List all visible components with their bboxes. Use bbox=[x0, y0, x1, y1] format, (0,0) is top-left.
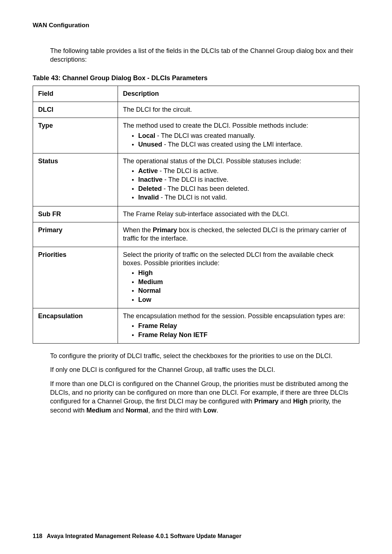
field-encapsulation: Encapsulation bbox=[33, 308, 118, 344]
table-row: Primary When the Primary box is checked,… bbox=[33, 222, 359, 247]
option-bold: Unused bbox=[138, 141, 162, 148]
option-bold: Frame Relay Non IETF bbox=[138, 331, 208, 338]
parameters-table: Field Description DLCI The DLCI for the … bbox=[33, 86, 359, 344]
page-footer: 118Avaya Integrated Management Release 4… bbox=[33, 533, 359, 539]
table-caption: Table 43: Channel Group Dialog Box - DLC… bbox=[33, 74, 359, 82]
list-item: Frame Relay Non IETF bbox=[132, 331, 354, 339]
p3-seg: and bbox=[278, 398, 293, 405]
after-paragraph-3: If more than one DLCI is configured on t… bbox=[50, 379, 359, 415]
type-options-list: Local - The DLCI was created manually. U… bbox=[123, 132, 354, 149]
encapsulation-options-list: Frame Relay Frame Relay Non IETF bbox=[123, 322, 354, 339]
option-bold: Frame Relay bbox=[138, 322, 177, 329]
p3-seg: , and the third with bbox=[148, 407, 203, 414]
p3-seg: and bbox=[111, 407, 126, 414]
option-rest: - The DLCI is active. bbox=[158, 167, 219, 175]
status-options-list: Active - The DLCI is active. Inactive - … bbox=[123, 167, 354, 202]
option-bold: Active bbox=[138, 167, 158, 175]
option-bold: High bbox=[138, 269, 153, 276]
desc-pre: When the bbox=[123, 226, 153, 234]
list-item: Medium bbox=[132, 278, 354, 286]
p3-seg: . bbox=[216, 407, 218, 414]
after-paragraph-2: If only one DLCI is configured for the C… bbox=[50, 365, 359, 374]
desc-subfr: The Frame Relay sub-interface associated… bbox=[118, 206, 359, 222]
intro-paragraph: The following table provides a list of t… bbox=[50, 46, 359, 64]
option-bold: Medium bbox=[138, 278, 163, 286]
option-bold: Normal bbox=[138, 287, 161, 294]
option-bold: Inactive bbox=[138, 176, 163, 183]
table-row: Encapsulation The encapsulation method f… bbox=[33, 308, 359, 344]
desc-type: The method used to create the DLCI. Poss… bbox=[118, 118, 359, 153]
option-rest: - The DLCI was created manually. bbox=[155, 132, 255, 139]
list-item: Unused - The DLCI was created using the … bbox=[132, 140, 354, 149]
option-rest: - The DLCI is inactive. bbox=[163, 176, 229, 183]
option-rest: - The DLCI has been deleted. bbox=[162, 185, 249, 192]
list-item: Active - The DLCI is active. bbox=[132, 167, 354, 175]
option-bold: Deleted bbox=[138, 185, 162, 192]
field-status: Status bbox=[33, 153, 118, 206]
desc-priorities: Select the priority of traffic on the se… bbox=[118, 247, 359, 308]
desc-primary: When the Primary box is checked, the sel… bbox=[118, 222, 359, 247]
p3-bold: Primary bbox=[254, 398, 278, 405]
option-rest: - The DLCI is not valid. bbox=[159, 194, 227, 201]
desc-encapsulation: The encapsulation method for the session… bbox=[118, 308, 359, 344]
table-row: Type The method used to create the DLCI.… bbox=[33, 118, 359, 153]
desc-lead: The method used to create the DLCI. Poss… bbox=[123, 122, 308, 129]
desc-lead: Select the priority of traffic on the se… bbox=[123, 251, 334, 267]
list-item: Deleted - The DLCI has been deleted. bbox=[132, 185, 354, 193]
option-bold: Invalid bbox=[138, 194, 159, 201]
running-head: WAN Configuration bbox=[33, 22, 359, 29]
list-item: Frame Relay bbox=[132, 322, 354, 330]
p3-bold: Low bbox=[203, 407, 216, 414]
p3-bold: Normal bbox=[126, 407, 148, 414]
table-row: DLCI The DLCI for the circuit. bbox=[33, 102, 359, 118]
page-number: 118 bbox=[33, 533, 42, 539]
desc-lead: The operational status of the DLCI. Poss… bbox=[123, 157, 301, 165]
list-item: Low bbox=[132, 296, 354, 304]
option-bold: Local bbox=[138, 132, 155, 139]
table-row: Sub FR The Frame Relay sub-interface ass… bbox=[33, 206, 359, 222]
option-rest: - The DLCI was created using the LMI int… bbox=[162, 141, 303, 148]
desc-status: The operational status of the DLCI. Poss… bbox=[118, 153, 359, 206]
after-paragraph-1: To configure the priority of DLCI traffi… bbox=[50, 352, 359, 360]
option-bold: Low bbox=[138, 296, 151, 303]
footer-title: Avaya Integrated Management Release 4.0.… bbox=[47, 533, 241, 539]
field-subfr: Sub FR bbox=[33, 206, 118, 222]
table-row: Priorities Select the priority of traffi… bbox=[33, 247, 359, 308]
desc-dlci: The DLCI for the circuit. bbox=[118, 102, 359, 118]
desc-lead: The encapsulation method for the session… bbox=[123, 312, 345, 320]
header-field: Field bbox=[33, 86, 118, 102]
list-item: Local - The DLCI was created manually. bbox=[132, 132, 354, 140]
table-row: Status The operational status of the DLC… bbox=[33, 153, 359, 206]
field-dlci: DLCI bbox=[33, 102, 118, 118]
p3-bold: High bbox=[293, 398, 307, 405]
p3-bold: Medium bbox=[86, 407, 111, 414]
desc-bold: Primary bbox=[153, 226, 177, 234]
header-description: Description bbox=[118, 86, 359, 102]
priorities-options-list: High Medium Normal Low bbox=[123, 269, 354, 304]
list-item: High bbox=[132, 269, 354, 277]
list-item: Normal bbox=[132, 287, 354, 295]
list-item: Invalid - The DLCI is not valid. bbox=[132, 193, 354, 202]
field-type: Type bbox=[33, 118, 118, 153]
field-priorities: Priorities bbox=[33, 247, 118, 308]
table-header-row: Field Description bbox=[33, 86, 359, 102]
list-item: Inactive - The DLCI is inactive. bbox=[132, 176, 354, 184]
field-primary: Primary bbox=[33, 222, 118, 247]
